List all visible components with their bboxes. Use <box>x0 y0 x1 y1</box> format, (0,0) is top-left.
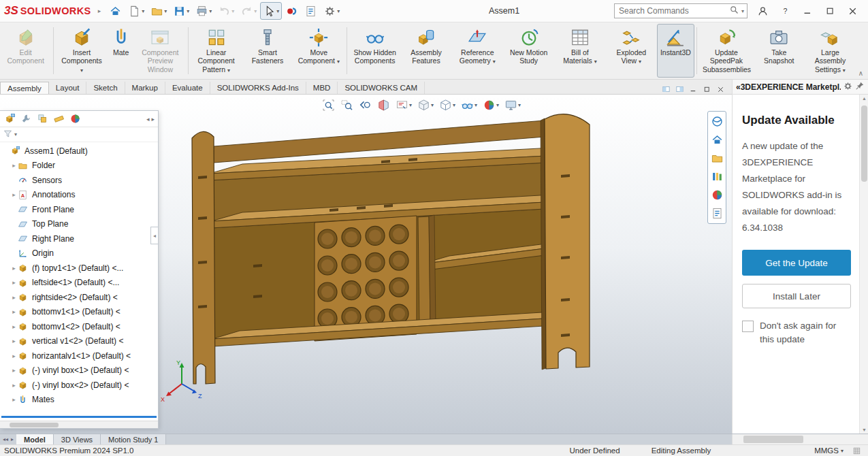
view-tab-model[interactable]: Model <box>16 434 54 444</box>
zoom-to-fit-icon[interactable] <box>320 97 337 113</box>
doc-close-button[interactable] <box>716 85 725 94</box>
home-tab-icon[interactable] <box>709 132 725 148</box>
expand-arrow-icon[interactable]: ▸ <box>10 308 18 315</box>
component-preview-window-button[interactable]: Component Preview Window <box>135 24 186 78</box>
expand-arrow-icon[interactable]: ▸ <box>10 367 18 374</box>
expand-arrow-icon[interactable]: ▸ <box>10 353 18 359</box>
mate-button[interactable]: Mate <box>108 24 135 78</box>
3dexperience-tab-icon[interactable] <box>709 114 725 129</box>
units-selector[interactable]: MMGS▾ <box>814 446 861 455</box>
get-update-button[interactable]: Get the Update <box>742 250 851 276</box>
minimize-button[interactable] <box>797 2 819 20</box>
scroll-down-arrow-icon[interactable]: ▼ <box>860 427 868 432</box>
tree-filter-row[interactable]: ▾ <box>0 127 158 142</box>
view-orientation-icon[interactable]: ▾ <box>415 97 436 113</box>
tab-layout[interactable]: Layout <box>49 82 87 94</box>
custom-properties-tab-icon[interactable] <box>709 206 725 221</box>
search-input[interactable] <box>617 5 727 16</box>
wooden-shelf-model[interactable] <box>192 114 590 384</box>
select-cursor-icon[interactable]: ▾ <box>260 2 282 20</box>
graphics-viewport[interactable]: ▾▾▾▾▾▾ <box>0 95 732 434</box>
displaymanager-tab-icon[interactable] <box>67 112 83 127</box>
undo-icon[interactable]: ▾ <box>215 2 237 20</box>
filter-dropdown-chevron-icon[interactable]: ▾ <box>14 131 17 137</box>
tree-item-assem1-default-display-state-1[interactable]: Assem1 (Default) <box>0 144 158 159</box>
scroll-up-arrow-icon[interactable]: ▲ <box>860 96 868 101</box>
tab-solidworks-cam[interactable]: SOLIDWORKS CAM <box>338 82 425 94</box>
tree-item-mates[interactable]: ▸Mates <box>0 393 158 408</box>
assembly-features-button[interactable]: Assembly Features <box>400 24 451 78</box>
tab-sketch[interactable]: Sketch <box>86 82 125 94</box>
take-snapshot-button[interactable]: Take Snapshot <box>754 24 805 78</box>
zoom-to-area-icon[interactable] <box>338 97 355 113</box>
design-library-tab-icon[interactable] <box>709 169 725 184</box>
filter-funnel-icon[interactable] <box>3 129 13 141</box>
display-style-icon[interactable]: ▾ <box>437 97 457 113</box>
tree-item-top-plane[interactable]: Top Plane <box>0 217 158 232</box>
tree-item-bottomv1-2-default-defaul[interactable]: ▸bottomv1<2> (Default) < <box>0 319 158 334</box>
exploded-view-button[interactable]: Exploded View ▾ <box>606 24 657 78</box>
doc-minimize-button[interactable] <box>689 85 698 94</box>
open-icon[interactable]: ▾ <box>148 2 170 20</box>
insert-components-button[interactable]: Insert Components ▾ <box>56 24 107 78</box>
large-assembly-settings-button[interactable]: Large Assembly Settings ▾ <box>805 24 856 78</box>
tree-item-sensors[interactable]: Sensors <box>0 173 158 188</box>
task-pane-hscroll-thumb[interactable] <box>743 436 803 443</box>
tree-item-right-plane[interactable]: Right Plane <box>0 231 158 246</box>
file-explorer-tab-icon[interactable] <box>709 150 725 166</box>
expand-arrow-icon[interactable]: ▸ <box>10 396 18 403</box>
tab-assembly[interactable]: Assembly <box>0 82 49 94</box>
bill-of-materials-button[interactable]: Bill of Materials ▾ <box>554 24 605 78</box>
task-pane-gear-icon[interactable] <box>843 81 853 93</box>
options-gear-icon[interactable]: ▾ <box>321 2 342 20</box>
expand-arrow-icon[interactable]: ▸ <box>10 294 18 301</box>
rollback-bar[interactable] <box>1 416 157 418</box>
redo-icon[interactable]: ▾ <box>238 2 259 20</box>
tree-item-horizantalv1-1-default-defa[interactable]: ▸horizantalv1<1> (Default) < <box>0 348 158 363</box>
linear-component-pattern-button[interactable]: Linear Component Pattern ▾ <box>191 24 242 78</box>
install-later-button[interactable]: Install Later <box>742 284 851 308</box>
doc-maximize-button[interactable] <box>703 85 711 94</box>
tree-nav-right-icon[interactable]: ▸ <box>151 116 155 123</box>
expand-arrow-icon[interactable]: ▸ <box>10 265 18 272</box>
tab-mbd[interactable]: MBD <box>306 82 338 94</box>
expand-arrow-icon[interactable]: ▸ <box>10 338 18 344</box>
tree-item-bottomv1-1-default-defaul[interactable]: ▸bottomv1<1> (Default) < <box>0 305 158 320</box>
move-component-button[interactable]: Move Component ▾ <box>293 24 344 78</box>
edit-appearance-icon[interactable]: ▾ <box>481 97 501 113</box>
help-button[interactable]: ? <box>774 2 797 20</box>
expand-arrow-icon[interactable]: ▸ <box>10 279 18 286</box>
task-pane-vscroll-thumb[interactable] <box>861 105 867 182</box>
tab-markup[interactable]: Markup <box>125 82 165 94</box>
tabs-nav-left-icon[interactable]: ◂◂ <box>3 436 8 442</box>
search-dropdown-chevron-icon[interactable]: ▾ <box>741 8 744 14</box>
appearances-tab-icon[interactable] <box>709 187 725 203</box>
tree-item-vinyl-box-2-default-defa[interactable]: ▸(-) vinyl box<2> (Default) < <box>0 378 158 393</box>
tab-evaluate[interactable]: Evaluate <box>165 82 210 94</box>
dimxpert-tab-icon[interactable] <box>50 112 67 127</box>
status-grid-icon[interactable] <box>852 446 861 455</box>
maximize-button[interactable] <box>819 2 841 20</box>
view-tab-motion-study-1[interactable]: Motion Study 1 <box>101 434 166 444</box>
print-icon[interactable]: ▾ <box>193 2 214 20</box>
section-view-icon[interactable] <box>375 97 392 113</box>
tree-hscroll-thumb[interactable] <box>10 423 59 427</box>
smart-fasteners-button[interactable]: Smart Fasteners <box>242 24 293 78</box>
user-account-button[interactable] <box>752 2 774 20</box>
ribbon-collapse-chevron-icon[interactable]: ∧ <box>858 69 863 77</box>
featuremanager-tab-icon[interactable] <box>1 112 18 127</box>
previous-view-icon[interactable] <box>357 97 374 113</box>
lifecycle-icon[interactable] <box>283 2 301 20</box>
menu-expand-arrow-icon[interactable]: ▸ <box>98 7 101 14</box>
new-motion-study-button[interactable]: New Motion Study <box>503 24 554 78</box>
units-dropdown-chevron-icon[interactable]: ▾ <box>841 448 843 454</box>
tabs-nav-right-icon[interactable]: ▸ <box>11 436 14 442</box>
close-button[interactable] <box>841 2 864 20</box>
update-speedpak-subassemblies-button[interactable]: Update SpeedPak Subassemblies <box>699 24 754 78</box>
markup-list-icon[interactable] <box>302 2 320 20</box>
tree-item-annotations[interactable]: ▸AAnnotations <box>0 188 158 203</box>
dont-ask-again-checkbox[interactable] <box>742 321 754 332</box>
command-search-box[interactable]: ▾ <box>614 3 748 18</box>
tree-item-front-plane[interactable]: Front Plane <box>0 202 158 217</box>
expand-arrow-icon[interactable]: ▸ <box>10 382 18 389</box>
